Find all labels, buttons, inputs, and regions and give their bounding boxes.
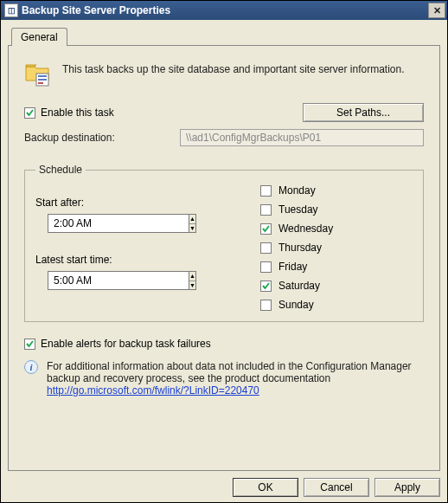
- enable-alerts-checkbox[interactable]: Enable alerts for backup task failures: [24, 338, 211, 350]
- day-label: Tuesday: [278, 203, 318, 216]
- spinner-up-icon[interactable]: ▲: [189, 215, 195, 224]
- day-checkbox-saturday[interactable]: Saturday: [260, 280, 413, 292]
- set-paths-button[interactable]: Set Paths...: [303, 103, 424, 122]
- enable-task-checkbox[interactable]: Enable this task: [24, 106, 114, 119]
- svg-rect-2: [38, 79, 47, 81]
- checkbox-icon: [260, 281, 272, 292]
- latest-start-spinner[interactable]: ▲ ▼: [48, 271, 177, 290]
- day-checkbox-sunday[interactable]: Sunday: [260, 299, 413, 311]
- day-label: Friday: [278, 261, 307, 273]
- day-label: Thursday: [278, 242, 322, 254]
- tab-headers: General: [8, 27, 440, 45]
- tab-body: This task backs up the site database and…: [8, 45, 440, 471]
- spinner-up-icon[interactable]: ▲: [189, 272, 195, 281]
- latest-start-input[interactable]: [48, 271, 189, 290]
- start-after-spinner[interactable]: ▲ ▼: [48, 214, 177, 233]
- destination-input: [180, 129, 424, 146]
- tab-general[interactable]: General: [11, 28, 67, 46]
- enable-alerts-label: Enable alerts for backup task failures: [41, 338, 211, 350]
- schedule-group: Schedule Start after: ▲ ▼: [24, 164, 424, 322]
- start-after-input[interactable]: [48, 214, 189, 233]
- apply-button[interactable]: Apply: [374, 478, 440, 497]
- window-title: Backup Site Server Properties: [22, 4, 428, 16]
- day-checkbox-thursday[interactable]: Thursday: [260, 242, 413, 254]
- ok-button[interactable]: OK: [233, 478, 298, 497]
- info-link[interactable]: http://go.microsoft.com/fwlink/?LinkID=2…: [47, 384, 259, 397]
- day-checkbox-tuesday[interactable]: Tuesday: [260, 203, 413, 216]
- checkbox-icon: [260, 185, 272, 197]
- svg-rect-3: [38, 82, 43, 84]
- checkbox-icon: [260, 204, 272, 216]
- day-checkbox-friday[interactable]: Friday: [260, 261, 413, 273]
- schedule-legend: Schedule: [35, 164, 86, 176]
- checkbox-icon: [260, 242, 272, 254]
- day-label: Wednesday: [278, 222, 333, 235]
- spinner-down-icon[interactable]: ▼: [189, 224, 195, 233]
- enable-task-label: Enable this task: [41, 106, 114, 119]
- task-description: This task backs up the site database and…: [62, 60, 405, 75]
- titlebar: ◫ Backup Site Server Properties ✕: [1, 1, 447, 20]
- start-after-label: Start after:: [35, 197, 234, 209]
- checkbox-icon: [260, 223, 272, 235]
- day-checkbox-wednesday[interactable]: Wednesday: [260, 222, 413, 235]
- day-label: Monday: [278, 184, 316, 197]
- spinner-down-icon[interactable]: ▼: [189, 281, 195, 290]
- day-checkbox-monday[interactable]: Monday: [260, 184, 413, 197]
- checkbox-icon: [24, 339, 35, 350]
- checkbox-icon: [24, 107, 35, 119]
- latest-start-label: Latest start time:: [35, 254, 234, 266]
- destination-label: Backup destination:: [24, 132, 180, 144]
- close-button[interactable]: ✕: [428, 3, 445, 18]
- folder-backup-icon: [24, 60, 52, 87]
- checkbox-icon: [260, 261, 272, 273]
- day-label: Saturday: [278, 280, 320, 292]
- info-icon: i: [24, 360, 38, 374]
- svg-rect-1: [38, 75, 47, 77]
- app-icon: ◫: [4, 3, 18, 17]
- checkbox-icon: [260, 300, 272, 311]
- day-label: Sunday: [278, 299, 314, 311]
- cancel-button[interactable]: Cancel: [304, 478, 369, 497]
- info-text: For additional information about data no…: [47, 360, 424, 397]
